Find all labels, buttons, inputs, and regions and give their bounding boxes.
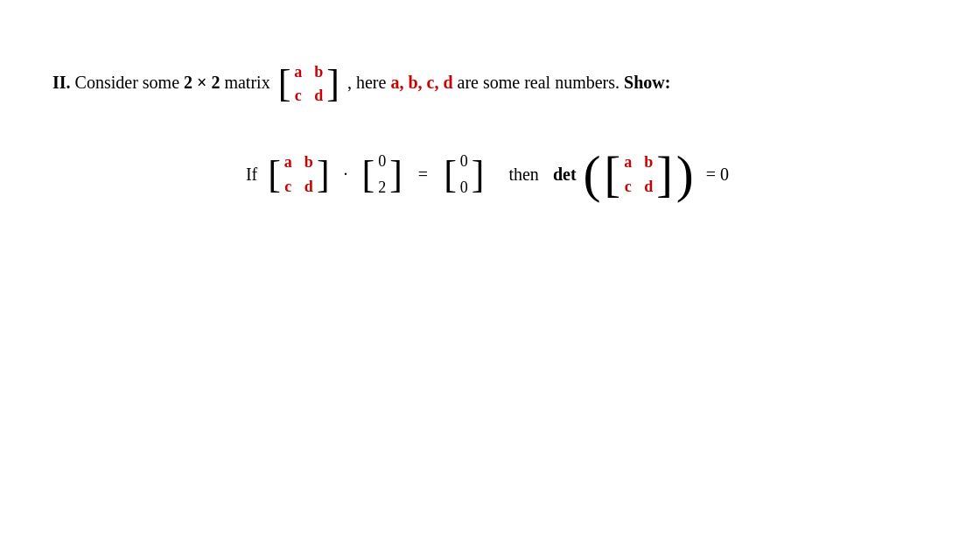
dot-symbol: ·	[344, 165, 348, 185]
cell-d: d	[314, 85, 323, 107]
dm-a: a	[624, 151, 632, 173]
eq-vector2: [ 0 0 ]	[444, 151, 484, 198]
m1-b: b	[304, 151, 313, 173]
det-matrix: [ a b c d ]	[605, 151, 673, 197]
equation-line: If [ a b c d ] · [ 0 2 ] = [	[52, 151, 928, 198]
bracket-right-1: ]	[317, 156, 330, 194]
bracket-left-1: [	[268, 156, 281, 194]
eq-matrix1: [ a b c d ]	[268, 151, 329, 197]
page: II. Consider some 2 × 2 matrix [ a b c d…	[0, 0, 980, 540]
vector-grid-2: 0 0	[460, 151, 468, 198]
cell-b: b	[314, 61, 323, 83]
bracket-tall-left: [	[605, 154, 621, 196]
v2-top: 0	[460, 151, 468, 172]
if-label: If	[246, 165, 257, 185]
bracket-left-v2: [	[444, 156, 457, 194]
cell-c: c	[294, 85, 302, 107]
matrix-grid-1: a b c d	[284, 151, 313, 197]
bracket-right: ]	[326, 65, 340, 103]
problem-number: II.	[52, 73, 71, 92]
det-matrix-grid: a b c d	[624, 151, 653, 197]
comma: ,	[347, 73, 352, 92]
big-paren-right: )	[676, 152, 694, 197]
show-label: Show:	[624, 73, 670, 92]
big-paren-left: (	[584, 152, 601, 197]
then-label: then	[508, 165, 538, 185]
matrix-size-text: 2 × 2	[184, 73, 220, 92]
v2-bottom: 0	[460, 177, 468, 199]
bracket-right-v2: ]	[472, 156, 485, 194]
matrix-grid: a b c d	[294, 61, 323, 107]
m1-d: d	[304, 176, 313, 198]
here-word: here	[356, 73, 386, 92]
bracket-tall-right: ]	[656, 154, 673, 196]
bracket-left: [	[278, 65, 291, 103]
v1-bottom: 2	[378, 177, 386, 199]
matrix-word: matrix	[224, 73, 270, 92]
det-expression: ( [ a b c d ] )	[584, 151, 694, 197]
equals-zero: = 0	[706, 165, 729, 185]
abcd-list: a, b, c, d	[390, 73, 452, 92]
det-label: det	[553, 165, 577, 185]
real-text: are some real numbers.	[458, 73, 620, 92]
bracket-right-v1: ]	[389, 156, 402, 194]
m1-a: a	[284, 151, 292, 173]
m1-c: c	[284, 176, 292, 198]
eq-vector1: [ 0 2 ]	[362, 151, 402, 198]
dm-b: b	[644, 151, 653, 173]
v1-top: 0	[378, 151, 386, 172]
vector-grid-1: 0 2	[378, 151, 386, 198]
header-matrix: [ a b c d ]	[278, 61, 340, 107]
equals-sign-1: =	[418, 165, 428, 185]
intro-text: Consider some	[75, 73, 179, 92]
dm-c: c	[624, 176, 632, 198]
cell-a: a	[294, 61, 302, 83]
bracket-left-v1: [	[362, 156, 375, 194]
dm-d: d	[644, 176, 653, 198]
problem-statement: II. Consider some 2 × 2 matrix [ a b c d…	[52, 61, 928, 107]
